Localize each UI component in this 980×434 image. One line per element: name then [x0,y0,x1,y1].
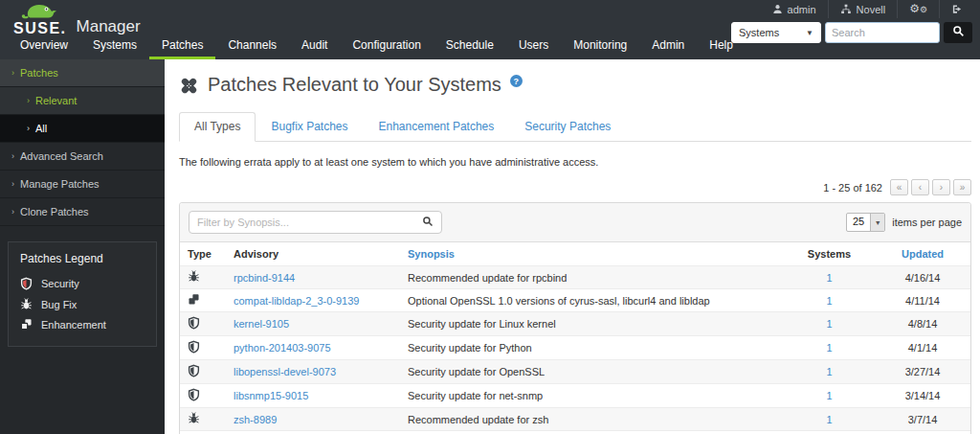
prev-page-button[interactable]: ‹ [911,179,929,195]
filter-search-button[interactable] [422,216,434,230]
nav-item-configuration[interactable]: Configuration [340,34,433,59]
tab-enhancement-patches[interactable]: Enhancement Patches [364,112,510,142]
next-page-button[interactable]: › [932,179,950,195]
advisory-link[interactable]: rpcbind-9144 [234,272,295,284]
header-search-bar: Systems ▼ [731,22,972,43]
chevron-right-icon: › [27,125,30,133]
table-header-row: TypeAdvisorySynopsisSystemsUpdated [180,242,970,266]
systems-count-link[interactable]: 1 [826,366,832,377]
systems-count-link[interactable]: 1 [826,295,832,307]
nav-item-channels[interactable]: Channels [215,34,289,59]
advisory-link[interactable]: zsh-8989 [234,414,277,425]
user-menu: adminNovell⚙⚙ [761,0,974,18]
tab-bugfix-patches[interactable]: Bugfix Patches [256,112,363,142]
updated-cell: 2/5/14 [875,431,970,434]
per-page-select[interactable]: 25 ▼ [846,213,885,232]
security-icon [188,364,200,377]
enhancement-icon [188,293,200,306]
page-description: The following errata apply to at least o… [179,156,971,168]
systems-cell: 1 [784,384,875,408]
legend-item-label: Bug Fix [41,299,77,310]
advisory-cell: rpcbind-9144 [226,266,400,289]
advisory-link[interactable]: compat-libldap-2_3-0-9139 [234,295,359,307]
systems-count-link[interactable]: 1 [826,342,832,354]
advisory-cell: kernel-8868 [226,431,400,434]
systems-count-link[interactable]: 1 [826,318,832,330]
table-row: python-201403-9075Security update for Py… [180,336,970,360]
security-icon [20,277,33,290]
sidebar-item-patches[interactable]: ›Patches [0,59,165,87]
nav-item-overview[interactable]: Overview [8,34,80,59]
chameleon-icon [19,2,59,21]
legend-item-security: Security [20,273,145,294]
items-per-page: 25 ▼ items per page [846,213,962,232]
nav-item-patches[interactable]: Patches [149,34,215,59]
patches-list-panel: 25 ▼ items per page TypeAdvisorySynopsis… [179,202,971,434]
type-cell [180,384,226,408]
advisory-link[interactable]: python-201403-9075 [234,342,331,354]
sidebar-item-advanced-search[interactable]: ›Advanced Search [0,143,165,171]
systems-count-link[interactable]: 1 [826,390,832,401]
nav-item-admin[interactable]: Admin [639,34,697,59]
user-menu-item[interactable]: ⚙⚙ [897,0,939,18]
legend-item-label: Security [41,278,79,289]
help-icon[interactable]: ? [510,75,523,87]
table-row: kernel-9105Security update for Linux ker… [180,312,970,336]
header-search-button[interactable] [944,22,972,43]
systems-count-link[interactable]: 1 [826,414,832,425]
nav-item-monitoring[interactable]: Monitoring [561,34,639,59]
user-menu-item[interactable] [939,0,974,18]
sidebar-item-manage-patches[interactable]: ›Manage Patches [0,171,165,198]
suse-manager-logo[interactable]: SUSE. Manager [13,2,141,35]
column-header-updated[interactable]: Updated [875,242,970,266]
filter-group [189,211,442,234]
column-header-synopsis[interactable]: Synopsis [400,242,784,266]
pagination-range: 1 - 25 of 162 [823,182,882,194]
nav-item-systems[interactable]: Systems [80,34,149,59]
synopsis-cell: Security update for Linux kernel [400,312,784,336]
sidebar-nav: ›Patches›Relevant›All›Advanced Search›Ma… [0,59,165,226]
advisory-cell: kernel-9105 [226,312,400,336]
sign-out-icon [951,4,963,14]
first-page-button[interactable]: « [890,179,908,195]
nav-item-schedule[interactable]: Schedule [434,34,506,59]
filter-input[interactable] [197,217,422,228]
caret-down-icon: ▼ [870,214,884,231]
systems-cell: 1 [784,360,875,384]
sidebar-item-label: Relevant [35,95,77,106]
search-icon [422,216,434,230]
chevron-right-icon: › [11,180,14,189]
nav-item-users[interactable]: Users [506,34,561,59]
patches-legend-title: Patches Legend [20,252,145,265]
last-page-button[interactable]: » [953,179,971,195]
user-menu-item-novell[interactable]: Novell [828,0,898,18]
page-title-row: Patches Relevant to Your Systems ? [179,74,971,100]
user-menu-item-admin[interactable]: admin [761,0,828,18]
caret-down-icon: ▼ [806,29,813,37]
advisory-link[interactable]: libopenssl-devel-9073 [234,366,336,377]
nav-item-help[interactable]: Help [697,34,746,59]
bug-icon [20,298,33,310]
sidebar-item-all[interactable]: ›All [0,115,165,143]
security-icon [188,340,200,354]
type-cell [180,408,226,431]
sidebar-item-relevant[interactable]: ›Relevant [0,87,165,115]
advisory-cell: zsh-8989 [226,408,400,431]
user-menu-label: admin [788,4,816,15]
synopsis-cell: Security update for net-snmp [400,384,784,408]
advisory-cell: compat-libldap-2_3-0-9139 [226,289,400,312]
table-row: kernel-8868Security update for Linux ker… [180,431,970,434]
advisory-link[interactable]: kernel-9105 [234,318,289,330]
tab-security-patches[interactable]: Security Patches [509,112,626,142]
updated-cell: 4/16/14 [875,266,970,289]
page-title: Patches Relevant to Your Systems [208,74,501,95]
systems-cell: 1 [784,336,875,360]
tab-all-types[interactable]: All Types [179,112,256,142]
header-search-input[interactable] [825,22,940,43]
systems-count-link[interactable]: 1 [826,272,832,284]
sidebar-item-clone-patches[interactable]: ›Clone Patches [0,198,165,226]
nav-item-audit[interactable]: Audit [289,34,340,59]
advisory-link[interactable]: libsnmp15-9015 [234,390,308,401]
security-icon [188,388,200,401]
list-toolbar: 25 ▼ items per page [180,203,970,242]
